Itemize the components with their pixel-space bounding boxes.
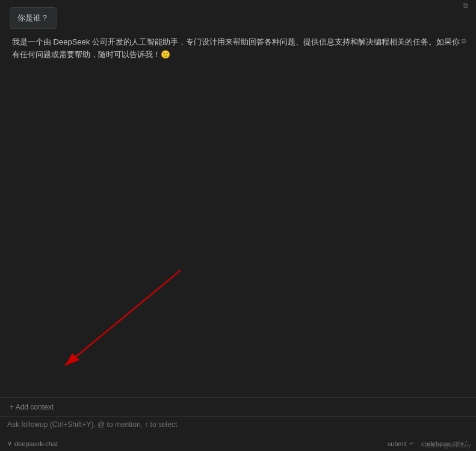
- user-message: 你是谁？: [10, 7, 466, 36]
- user-message-text: 你是谁？: [17, 13, 49, 22]
- chevron-icon: ∨: [7, 440, 12, 447]
- corner-icon: ⧉: [463, 1, 471, 10]
- add-context-label: + Add context: [10, 403, 54, 411]
- followup-input[interactable]: [7, 420, 469, 432]
- assistant-message-text: 我是一个由 DeepSeek 公司开发的人工智能助手，专门设计用来帮助回答各种问…: [12, 37, 460, 59]
- submit-label: submit: [388, 440, 407, 447]
- chat-container: ⧉ 你是谁？ 我是一个由 DeepSeek 公司开发的人工智能助手，专门设计用来…: [0, 0, 476, 451]
- add-context-bar: + Add context: [0, 398, 476, 417]
- input-field-wrapper: [0, 417, 476, 437]
- codebase-shortcut: ctrl+⌃: [453, 440, 469, 447]
- submit-action[interactable]: submit ↵: [388, 440, 414, 447]
- codebase-action[interactable]: codebase ctrl+⌃: [421, 440, 469, 447]
- copy-button[interactable]: ⧉: [462, 37, 466, 45]
- input-area: + Add context ∨ deepseek-chat submit ↵ c…: [0, 397, 476, 451]
- messages-area: ⧉ 你是谁？ 我是一个由 DeepSeek 公司开发的人工智能助手，专门设计用来…: [0, 0, 476, 397]
- submit-shortcut: ↵: [409, 440, 414, 447]
- model-selector[interactable]: ∨ deepseek-chat: [7, 440, 58, 447]
- add-context-button[interactable]: + Add context: [7, 402, 56, 413]
- footer-actions: submit ↵ codebase ctrl+⌃: [388, 440, 469, 447]
- input-footer: ∨ deepseek-chat submit ↵ codebase ctrl+⌃: [0, 437, 476, 451]
- model-name: deepseek-chat: [14, 440, 58, 447]
- svg-line-1: [65, 270, 181, 366]
- assistant-message: 我是一个由 DeepSeek 公司开发的人工智能助手，专门设计用来帮助回答各种问…: [10, 36, 466, 61]
- codebase-label: codebase: [421, 440, 450, 447]
